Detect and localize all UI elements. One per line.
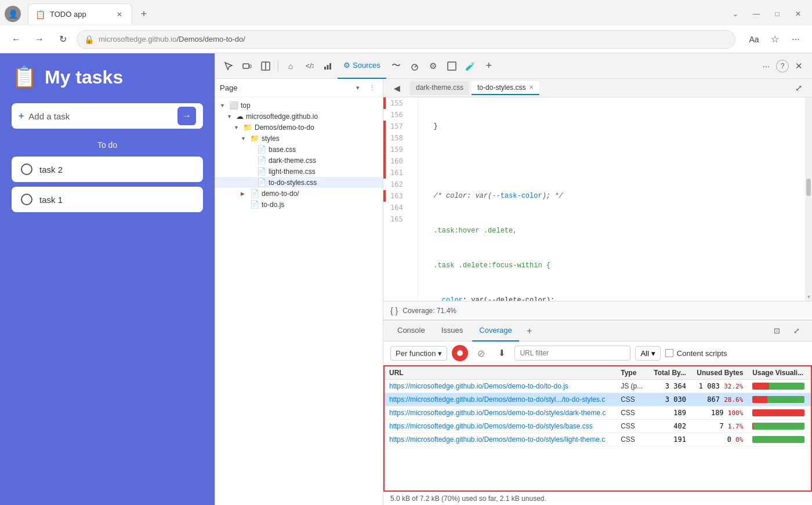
elements-button[interactable]: </> xyxy=(300,57,318,75)
table-row[interactable]: https://microsoftedge.github.io/Demos/de… xyxy=(385,393,811,406)
tree-item-light-theme-css[interactable]: 📄 light-theme.css xyxy=(215,166,383,177)
refresh-button[interactable]: ↻ xyxy=(53,30,72,49)
todo-header: 📋 My tasks xyxy=(12,65,203,89)
col-usage-viz[interactable]: Usage Visuali... xyxy=(748,366,811,380)
settings-gear-button[interactable]: ⚙ xyxy=(425,57,442,75)
inspect-element-button[interactable] xyxy=(220,57,237,75)
table-row[interactable]: https://microsoftedge.github.io/Demos/de… xyxy=(385,420,811,433)
tab-issues[interactable]: Issues xyxy=(434,321,470,341)
coverage-tab-label: Coverage xyxy=(479,326,512,335)
tree-item-base-css[interactable]: 📄 base.css xyxy=(215,144,383,155)
open-in-new-icon[interactable]: ⤢ xyxy=(790,79,807,97)
more-button[interactable]: ··· xyxy=(786,30,805,49)
network-button[interactable] xyxy=(319,57,336,75)
close-devtools-button[interactable]: ✕ xyxy=(790,57,807,75)
file-tree-more-icon[interactable]: ⋮ xyxy=(365,82,378,95)
coverage-braces-icon: { } xyxy=(390,306,398,315)
new-tab-button[interactable]: + xyxy=(135,5,153,23)
close-button[interactable]: ✕ xyxy=(789,7,807,21)
tree-item-demos[interactable]: ▼ 📁 Demos/demo-to-do xyxy=(215,122,383,133)
home-button[interactable]: ⌂ xyxy=(282,57,299,75)
download-button[interactable]: ⬇ xyxy=(494,345,510,361)
wireless-button[interactable]: 〜 xyxy=(387,57,405,75)
back-tab-button[interactable]: ◀ xyxy=(388,79,405,97)
expand-console-button[interactable]: ⤢ xyxy=(788,322,805,340)
cell-unused-bytes: 0 0% xyxy=(691,433,748,446)
tree-item-styles[interactable]: ▼ 📁 styles xyxy=(215,133,383,144)
list-item[interactable]: task 1 xyxy=(12,187,203,212)
device-emulation-button[interactable] xyxy=(238,57,256,75)
experiment-button[interactable]: 🧪 xyxy=(462,57,479,75)
forward-button[interactable]: → xyxy=(30,30,49,49)
tree-item-top[interactable]: ▼ ⬜ top xyxy=(215,100,383,111)
task-checkbox[interactable] xyxy=(21,164,32,175)
list-item[interactable]: task 2 xyxy=(12,157,203,182)
cell-url[interactable]: https://microsoftedge.github.io/Demos/de… xyxy=(385,420,616,433)
restore-console-button[interactable]: ⊡ xyxy=(768,322,785,340)
user-avatar[interactable]: 👤 xyxy=(5,6,21,22)
read-aloud-button[interactable]: Aa xyxy=(745,30,763,49)
performance-button[interactable] xyxy=(406,57,423,75)
cell-url[interactable]: https://microsoftedge.github.io/Demos/de… xyxy=(385,406,616,420)
cell-unused-bytes: 189 100% xyxy=(691,406,748,420)
per-function-button[interactable]: Per function ▾ xyxy=(390,346,447,361)
col-total[interactable]: Total By... xyxy=(648,366,691,380)
cell-url[interactable]: https://microsoftedge.github.io/Demos/de… xyxy=(385,433,616,446)
table-row[interactable]: https://microsoftedge.github.io/Demos/de… xyxy=(385,380,811,393)
tab-console[interactable]: Console xyxy=(390,321,432,341)
maximize-button[interactable]: □ xyxy=(768,7,786,21)
chevron-down-icon[interactable]: ⌄ xyxy=(726,7,745,21)
tree-item-microsoftedge[interactable]: ▼ ☁ microsoftedge.github.io xyxy=(215,111,383,122)
scrollbar-thumb[interactable] xyxy=(806,179,811,196)
tab-sources[interactable]: ⚙ Sources xyxy=(338,53,386,79)
col-unused-bytes[interactable]: Unused Bytes xyxy=(691,366,748,380)
checkbox-icon[interactable] xyxy=(665,349,673,357)
help-button[interactable]: ? xyxy=(776,60,789,72)
tab-close-icon[interactable]: ✕ xyxy=(529,84,534,90)
add-devtools-button[interactable]: + xyxy=(480,57,498,75)
tree-item-todo-styles-css[interactable]: 📄 to-do-styles.css xyxy=(215,177,383,188)
task-checkbox[interactable] xyxy=(21,194,32,205)
cell-url[interactable]: https://microsoftedge.github.io/Demos/de… xyxy=(385,393,616,406)
page-label: Page xyxy=(220,83,351,92)
favorites-button[interactable]: ☆ xyxy=(766,30,784,49)
line-number: 163 xyxy=(386,190,408,202)
clear-coverage-button[interactable]: ⊘ xyxy=(473,345,489,361)
back-button[interactable]: ← xyxy=(7,30,26,49)
browser-actions: Aa ☆ ··· xyxy=(745,30,805,49)
col-url[interactable]: URL xyxy=(385,366,616,380)
add-tab-button[interactable]: + xyxy=(521,323,538,339)
url-filter-input[interactable] xyxy=(514,346,630,361)
file-tree-header: Page ▾ ⋮ xyxy=(215,79,383,97)
all-filter-button[interactable]: All ▾ xyxy=(635,346,660,361)
panel-layout-button[interactable] xyxy=(257,57,274,75)
more-devtools-button[interactable]: ··· xyxy=(757,57,775,75)
tree-item-todo-js[interactable]: 📄 to-do.js xyxy=(215,199,383,210)
col-type[interactable]: Type xyxy=(616,366,648,380)
code-scrollbar[interactable]: ▾ xyxy=(805,97,812,301)
page-dropdown-icon[interactable]: ▾ xyxy=(351,82,364,95)
todo-app-icon: 📋 xyxy=(12,65,38,89)
tab-close-button[interactable]: ✕ xyxy=(114,9,125,20)
tab-todo-styles-css[interactable]: to-do-styles.css ✕ xyxy=(472,81,539,95)
content-scripts-checkbox[interactable]: Content scripts xyxy=(665,349,727,358)
add-task-button[interactable]: → xyxy=(177,107,196,125)
file-icon: 📄 xyxy=(257,145,266,154)
record-button[interactable] xyxy=(452,345,468,361)
table-row[interactable]: https://microsoftedge.github.io/Demos/de… xyxy=(385,406,811,420)
add-task-input[interactable]: + Add a task → xyxy=(12,103,203,129)
tree-item-demo-to-do[interactable]: ▶ 📄 demo-to-do/ xyxy=(215,188,383,199)
table-row[interactable]: https://microsoftedge.github.io/Demos/de… xyxy=(385,433,811,446)
svg-rect-7 xyxy=(329,63,331,70)
address-input[interactable]: 🔒 microsoftedge.github.io/Demos/demo-to-… xyxy=(77,30,735,49)
tab-coverage[interactable]: Coverage xyxy=(472,321,519,341)
cell-url[interactable]: https://microsoftedge.github.io/Demos/de… xyxy=(385,380,616,393)
browser-tab[interactable]: 📋 TODO app ✕ xyxy=(28,3,132,24)
minimize-button[interactable]: — xyxy=(747,7,766,21)
line-num-164: 164 xyxy=(383,202,418,213)
todo-title: My tasks xyxy=(45,67,123,88)
layers-button[interactable] xyxy=(443,57,461,75)
tab-dark-theme-css[interactable]: dark-theme.css xyxy=(410,81,469,95)
scroll-down-icon[interactable]: ▾ xyxy=(805,292,812,301)
tree-item-dark-theme-css[interactable]: 📄 dark-theme.css xyxy=(215,155,383,166)
